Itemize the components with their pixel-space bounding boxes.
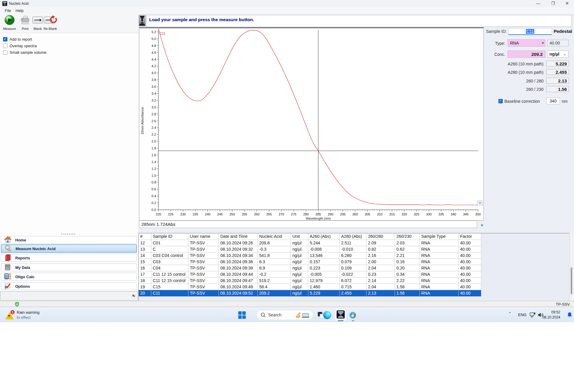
network-icon[interactable] xyxy=(530,312,536,318)
sidebar-item-oligo-calc[interactable]: Oligo Calc xyxy=(1,273,137,281)
baseline-correction-checkbox[interactable] xyxy=(498,99,503,103)
table-cell: ng/µl xyxy=(291,290,308,296)
table-row[interactable]: 14C03 C04 controlTP-SSV08.10.2024 09:345… xyxy=(139,252,571,259)
search-icon xyxy=(261,313,266,318)
svg-text:0.2: 0.2 xyxy=(152,201,156,205)
menu-file[interactable]: File xyxy=(3,8,13,13)
minimize-button[interactable]: — xyxy=(531,0,545,7)
checkbox-icon[interactable] xyxy=(3,44,7,48)
table-cell: 0.16 xyxy=(395,259,420,265)
reblank-button[interactable]: Re-Blank xyxy=(42,15,58,32)
paint-app-icon[interactable] xyxy=(349,312,358,320)
baseline-wavelength-field[interactable]: 340 xyxy=(546,98,560,104)
table-cell: 40.00 xyxy=(459,265,481,271)
tray-chevron-up-icon[interactable]: ⌃ xyxy=(508,311,512,316)
sidebar-item-reports[interactable]: Reports xyxy=(1,254,137,262)
table-cell: TP-SSV xyxy=(188,271,219,278)
menu-help[interactable]: Help xyxy=(14,8,25,13)
sample-id-input[interactable]: C11 xyxy=(508,28,552,35)
table-row[interactable]: 17C11 12 15 controlTP-SSV08.10.2024 09:4… xyxy=(139,271,571,278)
search-box[interactable]: Search xyxy=(257,310,313,320)
table-cell: 0.34 xyxy=(395,271,420,278)
stat-value: 5.229 xyxy=(546,61,569,67)
table-cell: TP-SSV xyxy=(188,259,219,265)
conc-field[interactable]: 209.2 xyxy=(508,50,545,58)
table-cell: 541.8 xyxy=(258,252,291,259)
table-cell: 16 xyxy=(139,265,151,271)
svg-text:295: 295 xyxy=(340,212,346,216)
readout-expand-button[interactable]: « xyxy=(479,222,484,226)
notification-bell-icon[interactable] xyxy=(567,312,573,318)
checkbox-icon[interactable] xyxy=(3,37,7,42)
checkbox-add-to-report[interactable]: Add to report xyxy=(3,36,32,42)
table-cell: 209.8 xyxy=(258,240,291,246)
left-panel: MeasurePrintBlankRe-Blank Add to reportO… xyxy=(0,14,139,301)
stat-label: 260 / 230 xyxy=(494,87,544,92)
svg-text:1.2: 1.2 xyxy=(152,167,156,171)
table-cell: TP-SSV xyxy=(188,284,219,290)
pedestal-icon xyxy=(139,15,146,26)
table-row[interactable]: 12C01TP-SSV08.10.2024 09:26209.8ng/µl5.2… xyxy=(139,240,571,246)
restore-button[interactable]: ❐ xyxy=(546,0,560,7)
svg-text:330: 330 xyxy=(426,212,431,216)
sidebar-item-my-data[interactable]: My Data xyxy=(1,264,137,271)
active-app-highlight[interactable] xyxy=(335,309,346,321)
table-cell: ng/µl xyxy=(291,259,308,265)
nav-collapse-bar[interactable]: »˅ xyxy=(0,291,138,301)
svg-text:250: 250 xyxy=(230,212,235,216)
table-cell: 2.03 xyxy=(395,240,420,246)
svg-text:3.8: 3.8 xyxy=(152,78,156,82)
type-dropdown[interactable]: RNA xyxy=(508,39,545,47)
table-cell: 08.10.2024 09:36 xyxy=(219,259,258,265)
start-button[interactable] xyxy=(238,311,247,320)
sidebar-item-home[interactable]: Home xyxy=(1,236,137,244)
stat-label: A280 (10 mm path) xyxy=(494,70,544,75)
scrollbar-thumb[interactable] xyxy=(571,267,572,294)
weather-badge: 1 xyxy=(10,310,15,315)
table-cell: 0.82 xyxy=(367,246,395,252)
table-row[interactable]: 20C11TP-SSV08.10.2024 09:52209.2ng/µl5.2… xyxy=(139,290,571,296)
table-row[interactable]: 18C11 12 15 controlTP-SSV08.10.2024 09:4… xyxy=(139,278,571,284)
table-row[interactable]: 16C04TP-SSV08.10.2024 09:398.9ng/µl0.223… xyxy=(139,265,571,271)
table-cell: -0.010 xyxy=(340,246,367,252)
close-button[interactable]: ✕ xyxy=(560,0,574,7)
edge-browser-icon[interactable] xyxy=(323,311,331,319)
checkbox-icon[interactable] xyxy=(3,50,7,55)
conc-value: 209.2 xyxy=(531,52,543,57)
table-row[interactable]: 19C15TP-SSV08.10.2024 09:4958.4ng/µl1.46… xyxy=(139,284,571,290)
table-cell: 20 xyxy=(139,290,151,296)
table-cell: 13 xyxy=(139,246,151,252)
table-row[interactable]: 15C03TP-SSV08.10.2024 09:366.3ng/µl0.157… xyxy=(139,259,571,265)
column-header: Nucleic Acid xyxy=(258,233,291,240)
table-cell: 40.00 xyxy=(459,290,481,296)
sidebar-item-options[interactable]: Options xyxy=(1,282,137,290)
table-row[interactable]: 13CTP-SSV08.10.2024 09:32-0.3ng/µl-0.008… xyxy=(139,246,571,252)
table-cell: C11 xyxy=(151,290,188,296)
svg-text:1.8: 1.8 xyxy=(152,146,156,150)
tray-clock[interactable]: 09:52 08.10.2024 xyxy=(542,310,560,320)
table-cell: 18 xyxy=(139,278,151,284)
spectrum-chart[interactable]: 2202252302352402452502552602652702752802… xyxy=(139,27,484,220)
sample-id-value: C11 xyxy=(526,29,535,34)
column-header: 260/280 xyxy=(367,233,395,240)
blank-icon xyxy=(32,21,44,26)
tray-language[interactable]: ENG xyxy=(518,313,526,317)
svg-text:335: 335 xyxy=(438,212,444,216)
table-scrollbar[interactable] xyxy=(569,233,573,301)
checkbox-small-sample-volume[interactable]: Small sample volume xyxy=(3,50,47,55)
table-cell: 08.10.2024 09:52 xyxy=(219,290,258,296)
svg-text:0.6: 0.6 xyxy=(152,187,156,191)
panel-splitter-handle[interactable] xyxy=(61,234,75,235)
checkbox-overlay-spectra[interactable]: Overlay spectra xyxy=(3,43,37,48)
unit-dropdown[interactable]: ng/µl ⌄ xyxy=(547,50,569,58)
svg-text:0.0: 0.0 xyxy=(152,208,156,212)
type-factor-field[interactable]: 40.00 xyxy=(547,40,569,46)
chart-collapse-button[interactable]: « xyxy=(477,200,483,206)
shield-icon xyxy=(15,302,19,307)
weather-widget[interactable]: ☂ 1 Rain warning In effect xyxy=(4,309,64,321)
table-cell: 5.229 xyxy=(308,290,340,296)
sidebar-item-measure-nucleic-acid[interactable]: Measure Nucleic Acid xyxy=(1,244,137,253)
measure-button[interactable]: Measure xyxy=(2,15,17,32)
table-cell: ng/µl xyxy=(291,246,308,252)
baseline-wavelength-value: 340 xyxy=(549,99,556,103)
